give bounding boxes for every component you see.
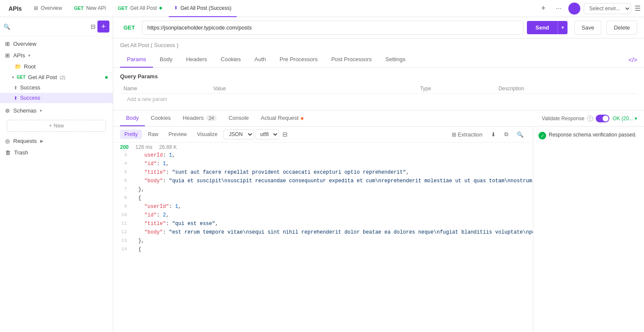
sidebar-item-overview[interactable]: ⊞ Overview xyxy=(0,38,113,50)
expand-requests-arrow: ▶ xyxy=(40,139,44,143)
sidebar-item-get-all-post[interactable]: ▾ GET Get All Post (2) xyxy=(0,72,113,83)
tab-headers[interactable]: Headers xyxy=(179,52,214,68)
url-input[interactable] xyxy=(142,21,523,35)
response-tab-actual-request[interactable]: Actual Request xyxy=(255,110,309,126)
request-tabs-bar: Params Body Headers Cookies Auth Pre Pro… xyxy=(113,52,644,68)
format-select[interactable]: JSON xyxy=(223,129,254,139)
params-table: Name Value Type Description Add a new pa… xyxy=(120,84,637,105)
menu-button[interactable]: ☰ xyxy=(635,4,641,12)
sidebar-sub-item-success-1[interactable]: ⬆ Success xyxy=(0,83,113,93)
new-button[interactable]: + New xyxy=(7,120,106,132)
fmt-tab-visualize[interactable]: Visualize xyxy=(193,130,222,139)
search-input[interactable] xyxy=(12,24,89,30)
schema-verification: ✓ Response schema verification passed. xyxy=(538,132,639,139)
unsaved-dot xyxy=(105,76,108,79)
code-line: 13 }, xyxy=(113,237,533,246)
add-tab-button[interactable]: + xyxy=(538,2,549,15)
sidebar-item-trash[interactable]: 🗑 Trash xyxy=(0,147,113,158)
code-line: 14 { xyxy=(113,246,533,255)
validate-toggle-button[interactable] xyxy=(596,115,609,122)
sidebar-item-root[interactable]: 📁 Root xyxy=(0,61,113,72)
tab-new-api[interactable]: GET New API xyxy=(69,0,111,17)
send-button[interactable]: Send xyxy=(527,21,558,34)
sidebar-item-apis[interactable]: ⊞ APIs ▾ xyxy=(0,50,113,61)
col-type: Type xyxy=(417,84,495,94)
format-bar: Pretty Raw Preview Visualize JSON xyxy=(113,127,533,142)
download-button[interactable]: ⬇ xyxy=(488,130,498,139)
filter-button[interactable]: ⊟ xyxy=(91,23,96,30)
indent-icon[interactable]: ⊟ xyxy=(281,130,289,139)
code-line: 8 { xyxy=(113,195,533,203)
col-value: Value xyxy=(210,84,417,94)
url-bar: GET Send ▾ Save Delete xyxy=(113,17,644,39)
copy-button[interactable]: ⧉ xyxy=(502,130,511,139)
top-bar: APIs ⊞ Overview GET New API GET Get All … xyxy=(0,0,644,17)
response-tabs-bar: Body Cookies Headers 24 Console Actual R… xyxy=(113,110,644,127)
response-time: 126 ms xyxy=(135,144,152,150)
tab-settings[interactable]: Settings xyxy=(379,52,412,68)
tab-cookies[interactable]: Cookies xyxy=(214,52,248,68)
fmt-tab-pretty[interactable]: Pretty xyxy=(120,130,142,139)
search-button[interactable]: 🔍 xyxy=(514,130,526,139)
response-tab-cookies[interactable]: Cookies xyxy=(145,110,177,126)
response-panel: Body Cookies Headers 24 Console Actual R… xyxy=(113,110,644,332)
grid-icon: ⊞ xyxy=(5,41,10,47)
environment-select[interactable]: Select envir... xyxy=(584,3,631,14)
requests-icon: ◎ xyxy=(5,138,10,144)
code-line: 6 "body": "quia et suscipit\nsuscipit re… xyxy=(113,178,533,186)
tab-post-processors[interactable]: Post Processors xyxy=(324,52,379,68)
method-badge: GET xyxy=(17,75,26,80)
code-line: 5 "title": "sunt aut facere repellat pro… xyxy=(113,169,533,178)
tab-auth[interactable]: Auth xyxy=(248,52,273,68)
code-toggle-button[interactable]: </> xyxy=(629,56,637,63)
app-title: APIs xyxy=(3,5,27,12)
response-body-main: Pretty Raw Preview Visualize JSON xyxy=(113,127,533,332)
add-button[interactable]: + xyxy=(97,21,109,33)
response-size: 26.88 K xyxy=(159,144,176,150)
send-button-group: Send ▾ xyxy=(527,21,568,34)
copy-icon: ⧉ xyxy=(504,131,508,137)
format-actions: ⊞ Extraction ⬇ ⧉ 🔍 xyxy=(449,130,526,139)
sidebar-item-schemas[interactable]: ⊚ Schemas ▾ xyxy=(0,105,113,116)
save-button[interactable]: Save xyxy=(574,21,602,35)
unsaved-indicator xyxy=(159,7,162,9)
ok-status-badge[interactable]: OK (20... ▾ xyxy=(613,116,637,122)
add-param-row[interactable]: Add a new param xyxy=(120,94,637,105)
response-tab-headers[interactable]: Headers 24 xyxy=(177,110,223,126)
sidebar-nav: ⊞ Overview ⊞ APIs ▾ 📁 Root ▾ GET Get All… xyxy=(0,36,113,105)
code-line: 10 "id": 2, xyxy=(113,212,533,220)
more-options-button[interactable]: ··· xyxy=(553,3,565,14)
tab-pre-processors[interactable]: Pre Processors xyxy=(273,52,324,68)
response-code-view[interactable]: 3 userId: 1, 4 "id": 1, 5 "title": "sunt… xyxy=(113,152,533,332)
validate-response-label: Validate Response xyxy=(542,116,585,122)
response-tab-body[interactable]: Body xyxy=(120,110,145,126)
sidebar-item-requests[interactable]: ◎ Requests ▶ xyxy=(0,135,113,147)
tab-params[interactable]: Params xyxy=(120,52,153,68)
headers-count: 24 xyxy=(206,115,216,121)
encoding-select[interactable]: utf8 xyxy=(256,129,279,139)
upload-icon: ⬆ xyxy=(174,5,178,11)
code-line: 11 "title": "qui est esse", xyxy=(113,220,533,229)
extraction-button[interactable]: ⊞ Extraction xyxy=(449,130,485,139)
request-name: Get All Post ( Success ) xyxy=(113,39,644,52)
tab-get-all-post[interactable]: GET Get All Post xyxy=(113,0,167,17)
fmt-tab-raw[interactable]: Raw xyxy=(144,130,162,139)
fmt-tab-preview[interactable]: Preview xyxy=(164,130,191,139)
send-dropdown-button[interactable]: ▾ xyxy=(558,21,568,34)
expand-arrow: ▾ xyxy=(28,53,30,58)
tab-get-all-post-success[interactable]: ⬆ Get All Post (Success) xyxy=(169,0,236,17)
response-tab-console[interactable]: Console xyxy=(223,110,255,126)
col-name: Name xyxy=(120,84,210,94)
check-icon: ✓ xyxy=(538,132,546,139)
sidebar-sub-item-success-2[interactable]: ⬆ Success xyxy=(0,93,113,103)
tab-body[interactable]: Body xyxy=(153,52,179,68)
top-bar-actions: + ··· Select envir... ☰ xyxy=(538,2,641,15)
add-param-label[interactable]: Add a new param xyxy=(124,94,171,105)
content-area: GET Send ▾ Save Delete Get All Post ( Su… xyxy=(113,17,644,332)
main-layout: 🔍 ⊟ + ⊞ Overview ⊞ APIs ▾ 📁 Root ▾ xyxy=(0,17,644,332)
code-line: 12 "body": "est rerum tempore vitae\nseq… xyxy=(113,229,533,237)
code-line: 4 "id": 1, xyxy=(113,160,533,169)
delete-button[interactable]: Delete xyxy=(606,21,637,35)
info-icon[interactable]: ? xyxy=(587,116,593,122)
tab-overview[interactable]: ⊞ Overview xyxy=(29,0,67,17)
